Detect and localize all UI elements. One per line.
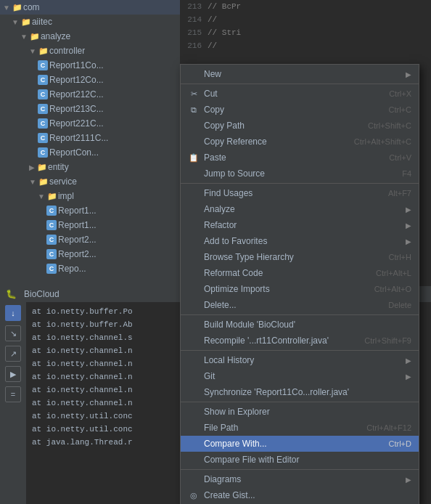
tree-label: aiitec xyxy=(32,17,52,27)
tree-item[interactable]: CReport2111C... xyxy=(0,131,180,145)
stack-text: at io.netty.channel.n xyxy=(32,359,133,368)
tree-label: impl xyxy=(58,191,74,201)
stack-text: at io.netty.channel.n xyxy=(32,386,133,394)
class-icon: C xyxy=(46,249,57,259)
menu-arrow: ▶ xyxy=(406,221,411,229)
menu-item[interactable]: Synchronize 'Report11Co...roller.java' xyxy=(181,384,419,400)
menu-item[interactable]: Copy PathCtrl+Shift+C xyxy=(181,118,419,134)
line-content: // BcPr xyxy=(208,2,241,11)
menu-item[interactable]: Add to Favorites▶ xyxy=(181,233,419,249)
menu-item[interactable]: Optimize ImportsCtrl+Alt+O xyxy=(181,281,419,297)
menu-item[interactable]: Recompile '...rt11Controller.java'Ctrl+S… xyxy=(181,333,419,349)
menu-item-icon xyxy=(188,354,200,366)
menu-item[interactable]: Diagrams▶ xyxy=(181,471,419,487)
menu-arrow: ▶ xyxy=(406,373,411,381)
tree-item[interactable]: CReport2... xyxy=(0,247,180,261)
tree-item[interactable]: CRepo... xyxy=(0,261,180,276)
app-title: BioCloud xyxy=(24,289,59,299)
menu-item[interactable]: Compare With...Ctrl+D xyxy=(181,436,419,452)
stack-text: at io.netty.buffer.Po xyxy=(32,307,133,316)
menu-label: Paste xyxy=(204,153,374,163)
evaluate-button[interactable]: = xyxy=(5,386,21,402)
menu-shortcut: Ctrl+X xyxy=(389,89,411,98)
class-icon: C xyxy=(46,235,57,245)
menu-item[interactable]: Reformat CodeCtrl+Alt+L xyxy=(181,265,419,281)
menu-item-icon xyxy=(188,251,200,263)
tree-label: ReportCon... xyxy=(49,147,99,158)
tree-item[interactable]: CReport1... xyxy=(0,218,180,232)
stack-text: at io.netty.util.conc xyxy=(32,412,133,420)
context-menu: New▶✂CutCtrl+X⧉CopyCtrl+CCopy PathCtrl+S… xyxy=(180,64,419,504)
step-into-button[interactable]: ↘ xyxy=(5,325,21,341)
menu-item[interactable]: Show in Explorer xyxy=(181,404,419,420)
menu-item[interactable]: File PathCtrl+Alt+F12 xyxy=(181,420,419,436)
tree-item[interactable]: ▼📁controller xyxy=(0,44,180,58)
menu-divider xyxy=(181,469,419,470)
menu-label: Synchronize 'Report11Co...roller.java' xyxy=(204,387,411,397)
folder-icon: 📁 xyxy=(38,45,49,57)
menu-arrow: ▶ xyxy=(406,476,411,484)
step-out-button[interactable]: ↗ xyxy=(5,346,21,362)
menu-item[interactable]: Compare File with Editor xyxy=(181,452,419,468)
menu-item-icon xyxy=(188,386,200,398)
line-content: // Stri xyxy=(208,28,241,37)
menu-item-icon xyxy=(188,438,200,450)
step-over-button[interactable]: ↓ xyxy=(5,305,21,321)
class-icon: C xyxy=(38,89,48,99)
menu-item[interactable]: ⧉CopyCtrl+C xyxy=(181,102,419,118)
tree-item[interactable]: CReport11Co... xyxy=(0,58,180,73)
folder-arrow: ▼ xyxy=(29,47,36,55)
menu-item[interactable]: Delete...Delete xyxy=(181,297,419,313)
class-icon: C xyxy=(38,60,48,70)
tree-item[interactable]: ▼📁impl xyxy=(0,189,180,203)
menu-item[interactable]: Git▶ xyxy=(181,368,419,384)
stack-text: at io.netty.channel.n xyxy=(32,399,133,407)
menu-item[interactable]: Browse Type HierarchyCtrl+H xyxy=(181,249,419,265)
tree-item[interactable]: ▼📁aiitec xyxy=(0,15,180,29)
menu-label: Diagrams xyxy=(204,474,406,484)
menu-label: Delete... xyxy=(204,300,374,310)
tree-item[interactable]: CReport2... xyxy=(0,232,180,247)
menu-item[interactable]: ✂CutCtrl+X xyxy=(181,86,419,102)
menu-item[interactable]: Build Module 'BioCloud' xyxy=(181,317,419,333)
tree-item[interactable]: CReport1... xyxy=(0,203,180,218)
tree-item[interactable]: CReportCon... xyxy=(0,145,180,160)
tree-item[interactable]: ▼📁analyze xyxy=(0,29,180,44)
menu-item[interactable]: Local History▶ xyxy=(181,352,419,368)
menu-shortcut: Ctrl+Alt+Shift+C xyxy=(354,137,411,146)
menu-item[interactable]: 📋PasteCtrl+V xyxy=(181,150,419,166)
menu-shortcut: Ctrl+D xyxy=(389,439,411,448)
tree-item[interactable]: CReport213C... xyxy=(0,102,180,116)
run-button[interactable]: ▶ xyxy=(5,366,21,382)
menu-label: Optimize Imports xyxy=(204,284,360,294)
menu-item-icon xyxy=(188,235,200,247)
line-content: // xyxy=(208,15,217,24)
menu-item-icon xyxy=(188,406,200,418)
menu-label: Create Gist... xyxy=(204,490,411,500)
folder-icon: 📁 xyxy=(20,16,32,28)
menu-item[interactable]: Analyze▶ xyxy=(181,201,419,217)
menu-label: Build Module 'BioCloud' xyxy=(204,320,411,330)
tree-item[interactable]: ▶📁entity xyxy=(0,160,180,174)
menu-item[interactable]: Copy ReferenceCtrl+Alt+Shift+C xyxy=(181,134,419,150)
line-number: 214 xyxy=(180,15,208,24)
menu-arrow: ▶ xyxy=(406,206,411,214)
tree-item[interactable]: CReport12Co... xyxy=(0,73,180,87)
app-icon: 🐛 xyxy=(6,289,17,299)
tree-item[interactable]: CReport221C... xyxy=(0,116,180,131)
tree-item[interactable]: CReport212C... xyxy=(0,87,180,102)
menu-shortcut: Alt+F7 xyxy=(388,189,411,198)
menu-label: Show in Explorer xyxy=(204,407,411,417)
tree-label: com xyxy=(23,2,40,12)
tree-item[interactable]: ▼📁service xyxy=(0,174,180,189)
menu-item[interactable]: ◎Create Gist... xyxy=(181,487,419,503)
tree-label: Report2111C... xyxy=(49,133,108,143)
menu-item[interactable]: Jump to SourceF4 xyxy=(181,166,419,182)
line-content: // xyxy=(208,41,217,50)
menu-item[interactable]: Find UsagesAlt+F7 xyxy=(181,185,419,201)
menu-label: Cut xyxy=(204,89,374,99)
menu-item[interactable]: Refactor▶ xyxy=(181,217,419,233)
tree-item[interactable]: ▼📁com xyxy=(0,0,180,15)
menu-label: Copy xyxy=(204,105,374,115)
menu-item[interactable]: New▶ xyxy=(181,66,419,82)
